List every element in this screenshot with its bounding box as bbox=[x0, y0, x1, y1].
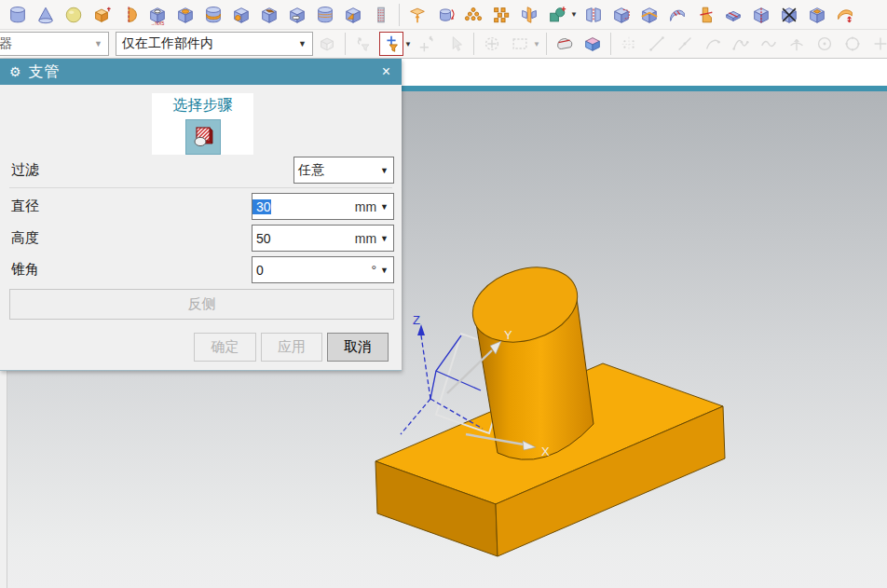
filter-dropdown[interactable]: 任意 ▼ bbox=[293, 157, 394, 184]
extrude-icon[interactable] bbox=[89, 3, 114, 27]
divide-face-icon[interactable] bbox=[749, 3, 773, 27]
docked-panel-sliver bbox=[0, 370, 7, 588]
type-filter-combobox[interactable]: 器 ▼ bbox=[0, 32, 109, 56]
cone-icon[interactable] bbox=[34, 3, 58, 27]
patch-icon[interactable] bbox=[637, 3, 662, 27]
diameter-value[interactable]: 30 bbox=[252, 199, 271, 214]
center-snap-icon[interactable] bbox=[812, 32, 837, 56]
divide-face-icon-glyph bbox=[751, 5, 771, 25]
sphere-icon[interactable] bbox=[61, 3, 86, 27]
groove-icon-glyph bbox=[315, 5, 335, 25]
y-axis-label: Y bbox=[504, 328, 512, 342]
spline-node-snap-icon[interactable] bbox=[729, 32, 753, 56]
cylinder-icon[interactable] bbox=[6, 3, 30, 27]
placement-face-step-button[interactable] bbox=[185, 119, 221, 155]
diameter-field[interactable]: 30 mm ▼ bbox=[252, 193, 394, 220]
diameter-label: 直径 bbox=[11, 193, 39, 218]
slot-icon[interactable] bbox=[285, 3, 309, 27]
extract-face-icon[interactable] bbox=[405, 3, 430, 27]
snap-point-icon-glyph bbox=[482, 34, 502, 54]
point-cluster-snap-icon[interactable] bbox=[617, 32, 641, 56]
split-body-icon[interactable] bbox=[721, 3, 745, 27]
pocket-icon-glyph bbox=[259, 5, 280, 25]
intersection-snap-icon[interactable] bbox=[785, 32, 809, 56]
groove-icon[interactable] bbox=[313, 3, 337, 27]
pad-icon[interactable] bbox=[201, 3, 225, 27]
toolbar-separator bbox=[473, 33, 474, 55]
rib-icon[interactable] bbox=[341, 3, 365, 27]
curve-snap-icon[interactable] bbox=[757, 32, 781, 56]
thicken-icon[interactable] bbox=[833, 3, 857, 27]
move-filter-icon[interactable] bbox=[416, 32, 440, 56]
height-field[interactable]: 50 mm ▼ bbox=[252, 225, 394, 252]
selection-toolbar: 器 ▼ 仅在工作部件内 ▼ ▼▼ bbox=[0, 30, 887, 59]
arc-snap-icon[interactable] bbox=[701, 32, 725, 56]
sew-icon-glyph bbox=[583, 5, 604, 25]
existing-point-snap-icon[interactable] bbox=[868, 32, 887, 56]
selection-steps-label: 选择步骤 bbox=[152, 96, 253, 116]
midpoint-snap-icon[interactable] bbox=[673, 32, 697, 56]
chevron-down-icon[interactable]: ▼ bbox=[380, 234, 393, 243]
selection-scope-combobox[interactable]: 仅在工作部件内 ▼ bbox=[116, 32, 313, 56]
emboss-icon[interactable] bbox=[229, 3, 253, 27]
chevron-down-icon[interactable]: ▼ bbox=[89, 39, 108, 48]
dialog-title-bar[interactable]: ⚙ 支管 × bbox=[0, 59, 402, 85]
thread-icon[interactable] bbox=[369, 3, 393, 27]
existing-point-snap-icon-glyph bbox=[870, 34, 887, 54]
selection-filter-icon-glyph bbox=[381, 34, 402, 54]
cancel-button[interactable]: 取消 bbox=[327, 333, 389, 362]
delete-face-icon[interactable] bbox=[777, 3, 801, 27]
trim-body-icon[interactable] bbox=[693, 3, 717, 27]
chevron-down-icon[interactable]: ▼ bbox=[380, 166, 393, 175]
chevron-down-icon[interactable]: ▼ bbox=[380, 202, 393, 212]
ok-button[interactable]: 确定 bbox=[194, 333, 256, 362]
endpoint-snap-icon[interactable] bbox=[645, 32, 669, 56]
offset-face-icon-glyph bbox=[435, 5, 456, 25]
pocket-icon[interactable] bbox=[257, 3, 281, 27]
chevron-down-icon[interactable]: ▼ bbox=[293, 39, 312, 48]
shaded-view-icon[interactable] bbox=[553, 32, 577, 56]
height-label: 高度 bbox=[11, 225, 39, 250]
pattern-feature-icon-glyph bbox=[463, 5, 484, 25]
z-axis-label: Z bbox=[413, 313, 420, 327]
pick-filter-icon[interactable] bbox=[444, 32, 468, 56]
shell-icon[interactable] bbox=[805, 3, 829, 27]
shaded-view-icon-glyph bbox=[554, 34, 575, 54]
taper-angle-field[interactable]: 0 ° ▼ bbox=[252, 256, 394, 283]
delete-face-icon-glyph bbox=[779, 5, 799, 25]
work-section-icon[interactable] bbox=[580, 32, 605, 56]
boss-icon[interactable] bbox=[173, 3, 198, 27]
revolve-icon[interactable] bbox=[117, 3, 142, 27]
pattern-feature-icon[interactable] bbox=[461, 3, 485, 27]
mirror-feature-icon[interactable] bbox=[517, 3, 541, 27]
placement-face-icon bbox=[190, 124, 216, 150]
close-icon[interactable]: × bbox=[382, 64, 390, 79]
apply-button[interactable]: 应用 bbox=[261, 333, 322, 362]
hole-nx5-icon[interactable]: →NX5 bbox=[145, 3, 170, 27]
reset-filter-icon[interactable] bbox=[351, 32, 375, 56]
chevron-down-icon[interactable]: ▼ bbox=[380, 266, 393, 275]
filter-value: 任意 bbox=[294, 162, 324, 179]
boolean-unite-icon-caret[interactable]: ▼ bbox=[570, 10, 578, 19]
offset-face-icon[interactable] bbox=[433, 3, 457, 27]
snap-point-icon[interactable] bbox=[480, 32, 504, 56]
combine-icon[interactable] bbox=[609, 3, 634, 27]
rectangle-select-icon[interactable] bbox=[508, 32, 532, 56]
work-part-icon-glyph bbox=[317, 34, 337, 54]
x-axis-label: X bbox=[541, 444, 550, 458]
work-part-icon[interactable] bbox=[315, 32, 339, 56]
pattern-geometry-icon[interactable] bbox=[489, 3, 513, 27]
rectangle-select-icon-caret[interactable]: ▼ bbox=[533, 40, 540, 48]
cylinder-icon-glyph bbox=[7, 5, 28, 25]
selection-filter-icon[interactable] bbox=[379, 32, 403, 56]
combine-icon-glyph bbox=[611, 5, 632, 25]
boss-dialog: ⚙ 支管 × 选择步骤 bbox=[0, 59, 402, 371]
sheet-body-icon[interactable] bbox=[665, 3, 689, 27]
selection-filter-icon-caret[interactable]: ▼ bbox=[404, 40, 412, 48]
boolean-unite-icon[interactable] bbox=[545, 3, 569, 27]
reverse-side-button[interactable]: 反侧 bbox=[9, 289, 394, 320]
taper-angle-value[interactable]: 0 bbox=[252, 263, 264, 278]
sew-icon[interactable] bbox=[581, 3, 606, 27]
quadrant-snap-icon[interactable] bbox=[840, 32, 865, 56]
height-value[interactable]: 50 bbox=[252, 231, 271, 246]
